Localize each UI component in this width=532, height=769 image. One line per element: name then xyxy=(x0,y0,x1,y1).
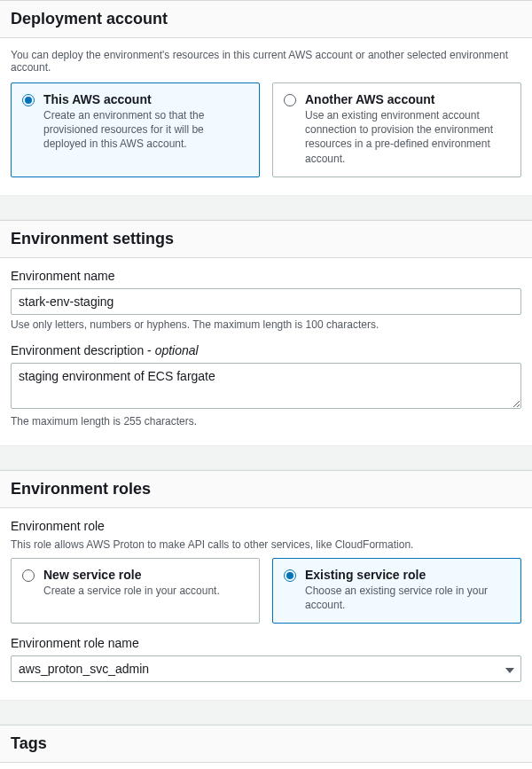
radio-desc: Create an environment so that the provis… xyxy=(43,108,248,152)
environment-role-label: Environment role xyxy=(11,519,521,533)
environment-role-help: This role allows AWS Proton to make API … xyxy=(11,538,521,551)
deployment-help-text: You can deploy the environment's resourc… xyxy=(11,49,521,74)
radio-this-aws-account[interactable]: This AWS account Create an environment s… xyxy=(11,82,260,177)
radio-title: Existing service role xyxy=(305,568,510,582)
tags-body: Customer managed tags Add tags to help y… xyxy=(0,763,532,769)
radio-title: Another AWS account xyxy=(305,92,510,106)
section-divider xyxy=(0,445,532,470)
tags-header: Tags xyxy=(0,725,532,763)
environment-settings-title: Environment settings xyxy=(11,230,521,248)
environment-name-input[interactable] xyxy=(11,288,521,315)
deployment-radio-group: This AWS account Create an environment s… xyxy=(11,82,521,177)
environment-roles-body: Environment role This role allows AWS Pr… xyxy=(0,508,532,700)
environment-roles-title: Environment roles xyxy=(11,480,521,498)
environment-settings-body: Environment name Use only letters, numbe… xyxy=(0,258,532,445)
radio-title: New service role xyxy=(43,568,220,582)
environment-role-name-label: Environment role name xyxy=(11,636,521,650)
environment-name-hint: Use only letters, numbers or hyphens. Th… xyxy=(11,318,521,331)
environment-role-name-select[interactable]: aws_proton_svc_admin xyxy=(11,655,521,682)
radio-desc: Create a service role in your account. xyxy=(43,584,220,598)
radio-desc: Use an existing environment account conn… xyxy=(305,108,510,166)
environment-name-label: Environment name xyxy=(11,269,521,283)
deployment-account-body: You can deploy the environment's resourc… xyxy=(0,38,532,195)
select-value: aws_proton_svc_admin xyxy=(19,662,149,676)
radio-another-aws-account[interactable]: Another AWS account Use an existing envi… xyxy=(272,82,521,177)
environment-description-input[interactable] xyxy=(11,363,521,409)
radio-title: This AWS account xyxy=(43,92,248,106)
environment-description-hint: The maximum length is 255 characters. xyxy=(11,415,521,428)
radio-icon xyxy=(22,569,35,582)
environment-settings-header: Environment settings xyxy=(0,220,532,258)
deployment-account-title: Deployment account xyxy=(11,10,521,28)
radio-existing-service-role[interactable]: Existing service role Choose an existing… xyxy=(272,558,521,624)
radio-icon xyxy=(284,94,296,106)
environment-roles-header: Environment roles xyxy=(0,470,532,508)
deployment-account-header: Deployment account xyxy=(0,0,532,38)
section-divider xyxy=(0,195,532,220)
radio-new-service-role[interactable]: New service role Create a service role i… xyxy=(11,558,260,624)
tags-title: Tags xyxy=(11,734,521,753)
section-divider xyxy=(0,700,532,725)
environment-role-radio-group: New service role Create a service role i… xyxy=(11,558,521,624)
radio-desc: Choose an existing service role in your … xyxy=(305,584,510,612)
radio-icon xyxy=(284,569,296,582)
environment-description-label: Environment description - optional xyxy=(11,343,521,357)
radio-icon xyxy=(22,94,35,106)
